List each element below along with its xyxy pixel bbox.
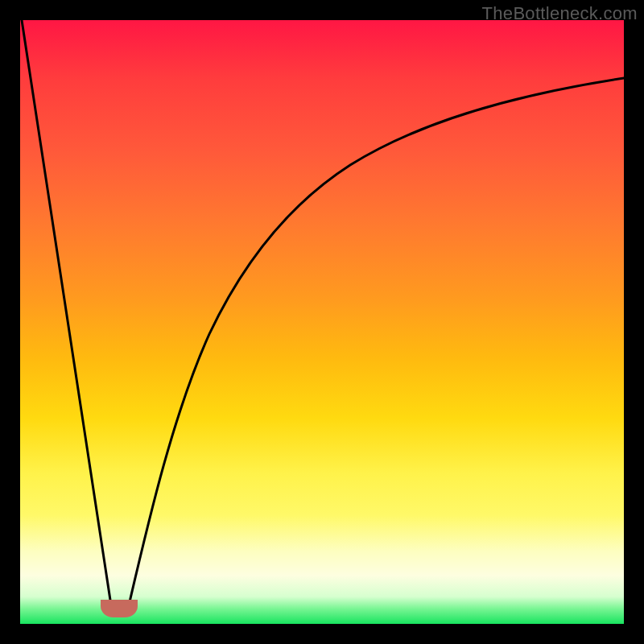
bottleneck-curve xyxy=(20,20,624,624)
curve-left-segment xyxy=(22,20,111,605)
plot-area xyxy=(20,20,624,624)
curve-right-segment xyxy=(129,78,624,605)
watermark-text: TheBottleneck.com xyxy=(482,3,638,24)
chart-frame: TheBottleneck.com xyxy=(0,0,644,644)
valley-marker xyxy=(101,600,138,617)
